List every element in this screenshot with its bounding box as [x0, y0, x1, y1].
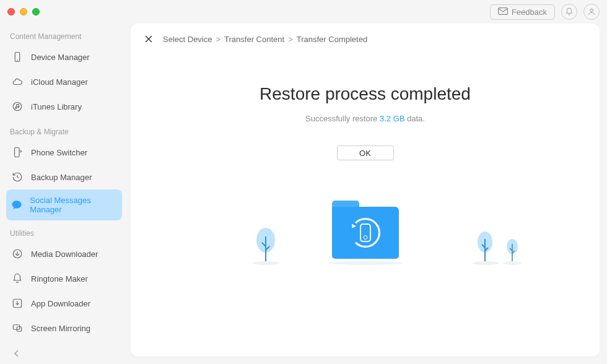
feedback-label: Feedback — [512, 7, 547, 17]
sidebar-item-label: Phone Switcher — [31, 148, 87, 157]
illustration-shadow — [328, 261, 403, 265]
page-title: Restore process completed — [131, 84, 600, 104]
svg-point-6 — [17, 106, 19, 108]
cloud-icon — [11, 76, 24, 88]
sidebar-item-label: Ringtone Maker — [31, 274, 88, 284]
sidebar-item-itunes-library[interactable]: iTunes Library — [6, 94, 122, 119]
chat-bubble-icon — [11, 199, 22, 211]
sidebar-item-app-downloader[interactable]: App Downloader — [6, 291, 122, 316]
bell-icon — [565, 7, 574, 16]
download-icon — [11, 248, 24, 260]
sidebar-item-label: Screen Mirroring — [31, 324, 90, 333]
breadcrumb-step-3[interactable]: Transfer Completed — [297, 35, 367, 44]
sidebar-item-screen-mirroring[interactable]: Screen Mirroring — [6, 316, 122, 340]
phone-swap-icon — [11, 146, 24, 158]
zoom-window-button[interactable] — [32, 8, 40, 15]
section-title-utilities: Utilities — [6, 220, 122, 241]
breadcrumb: Select Device > Transfer Content > Trans… — [163, 35, 367, 44]
sidebar-item-label: Social Messages Manager — [30, 196, 117, 214]
close-panel-button[interactable] — [142, 32, 155, 46]
svg-rect-0 — [499, 7, 508, 14]
mail-icon — [498, 7, 508, 17]
folder-restore-illustration — [332, 201, 399, 259]
svg-point-3 — [17, 60, 18, 61]
sidebar-item-backup-manager[interactable]: Backup Manager — [6, 165, 122, 189]
feedback-button[interactable]: Feedback — [490, 4, 555, 20]
svg-point-1 — [590, 9, 593, 12]
sidebar-item-social-messages-manager[interactable]: Social Messages Manager — [6, 189, 122, 220]
sidebar-item-label: iCloud Manager — [31, 77, 88, 87]
app-download-icon — [11, 297, 24, 310]
subtitle-prefix: Successfully restore — [305, 114, 380, 123]
sidebar-item-media-downloader[interactable]: Media Downloader — [6, 241, 122, 266]
svg-rect-10 — [13, 325, 20, 330]
chevron-left-icon — [14, 349, 20, 358]
sidebar-item-label: Backup Manager — [31, 173, 92, 182]
chevron-right-icon: > — [216, 35, 221, 44]
screens-icon — [11, 322, 24, 334]
traffic-lights — [7, 8, 40, 15]
minimize-window-button[interactable] — [20, 8, 27, 15]
breadcrumb-step-1[interactable]: Select Device — [163, 35, 212, 44]
collapse-sidebar-button[interactable] — [10, 347, 24, 360]
main-card: Select Device > Transfer Content > Trans… — [131, 24, 600, 357]
account-button[interactable] — [583, 4, 600, 20]
phone-icon — [11, 51, 24, 63]
sidebar-item-icloud-manager[interactable]: iCloud Manager — [6, 69, 122, 94]
content-area: Select Device > Transfer Content > Trans… — [128, 24, 607, 364]
sidebar-item-label: iTunes Library — [31, 102, 82, 111]
sidebar-item-label: App Downloader — [31, 299, 90, 308]
status-subtitle: Successfully restore 3.2 GB data. — [131, 114, 600, 123]
close-icon — [144, 35, 153, 43]
history-icon — [11, 171, 24, 183]
ok-button[interactable]: OK — [337, 145, 394, 160]
title-bar: Feedback — [0, 0, 607, 24]
section-title-backup-migrate: Backup & Migrate — [6, 119, 122, 140]
notifications-button[interactable] — [561, 4, 577, 20]
sidebar-item-ringtone-maker[interactable]: Ringtone Maker — [6, 266, 122, 291]
user-icon — [587, 7, 596, 16]
sidebar-item-label: Device Manager — [31, 53, 90, 62]
sidebar-item-device-manager[interactable]: Device Manager — [6, 45, 122, 69]
tree-illustration — [255, 228, 277, 262]
music-note-icon — [11, 100, 24, 113]
sidebar: Content Management Device Manager iCloud… — [0, 24, 128, 364]
bell-icon — [11, 272, 24, 285]
tree-illustration — [476, 232, 494, 262]
subtitle-size-value: 3.2 GB — [380, 114, 404, 123]
svg-point-5 — [15, 107, 17, 108]
svg-rect-7 — [15, 148, 20, 157]
breadcrumb-step-2[interactable]: Transfer Content — [224, 35, 284, 44]
close-window-button[interactable] — [7, 8, 15, 15]
sidebar-item-label: Media Downloader — [31, 249, 98, 259]
subtitle-suffix: data. — [404, 114, 425, 123]
section-title-content-management: Content Management — [6, 24, 122, 45]
sidebar-item-phone-switcher[interactable]: Phone Switcher — [6, 140, 122, 165]
chevron-right-icon: > — [288, 35, 293, 44]
tree-illustration — [505, 239, 519, 262]
